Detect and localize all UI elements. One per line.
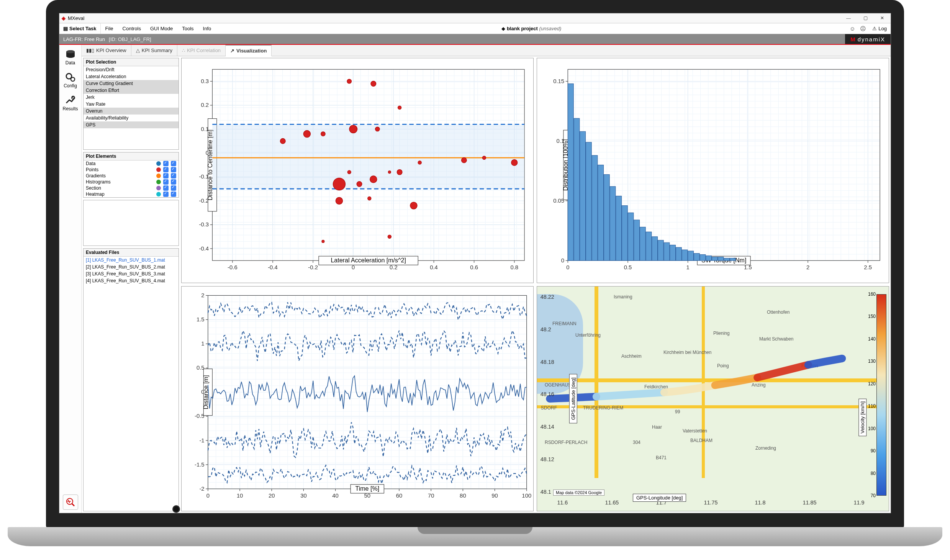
select-task-button[interactable]: ▤ Select Task: [59, 23, 101, 34]
evaluated-file-item[interactable]: [3] LKAS_Free_Run_SUV_BUS_3.mat: [84, 270, 179, 277]
plot-selection-item[interactable]: Yaw Rate: [84, 101, 179, 108]
project-status: ◆ blank project (unsaved): [216, 26, 847, 31]
color-swatch: [156, 180, 161, 184]
svg-text:0.3: 0.3: [201, 78, 209, 84]
maximize-button[interactable]: ▢: [857, 13, 874, 23]
checkbox[interactable]: [163, 173, 169, 178]
zoom-analysis-button[interactable]: [63, 495, 78, 510]
svg-text:0: 0: [206, 493, 210, 499]
svg-text:30: 30: [300, 493, 307, 499]
plot-selection-item[interactable]: Availability/Reliability: [84, 115, 179, 121]
svg-text:2: 2: [806, 264, 809, 270]
checkbox[interactable]: [163, 179, 169, 185]
color-swatch: [156, 192, 161, 196]
tab-kpi-summary[interactable]: △ KPI Summary: [131, 45, 177, 56]
svg-rect-280: [676, 247, 681, 260]
plot-selection-item[interactable]: Correction Effort: [84, 87, 179, 94]
chart-histogram[interactable]: 00.511.522.500.050.10.15SW Torque [Nm]Di…: [537, 58, 889, 283]
menu-tools[interactable]: Tools: [177, 23, 198, 34]
svg-text:1: 1: [201, 341, 204, 347]
checkbox[interactable]: [163, 185, 169, 191]
svg-point-156: [322, 240, 324, 243]
plot-element-row: Section: [84, 185, 179, 191]
svg-rect-285: [706, 256, 712, 260]
checkbox[interactable]: [171, 167, 176, 172]
evaluated-file-item[interactable]: [2] LKAS_Free_Run_SUV_BUS_2.mat: [84, 264, 179, 270]
menu-controls[interactable]: Controls: [118, 23, 146, 34]
evaluated-file-item[interactable]: [4] LKAS_Free_Run_SUV_BUS_4.mat: [84, 277, 179, 284]
svg-rect-289: [730, 258, 735, 260]
svg-text:Time [%]: Time [%]: [355, 485, 379, 492]
svg-rect-279: [670, 245, 676, 261]
menu-gui-mode[interactable]: GUI Mode: [146, 23, 177, 34]
line-chart-icon: ↗: [230, 48, 234, 54]
menu-info[interactable]: Info: [198, 23, 216, 34]
plot-selection-item[interactable]: Overrun: [84, 108, 179, 115]
svg-point-134: [280, 138, 285, 144]
svg-rect-277: [658, 240, 663, 260]
svg-point-140: [347, 170, 351, 174]
svg-point-152: [418, 161, 421, 164]
svg-rect-275: [646, 232, 652, 260]
map-attribution: Map data ©2024 Google: [553, 490, 604, 496]
tabbar: ▮▮▯ KPI Overview △ KPI Summary ∴ KPI Cor…: [82, 45, 891, 56]
tab-kpi-overview[interactable]: ▮▮▯ KPI Overview: [82, 45, 131, 56]
close-button[interactable]: ✕: [874, 13, 891, 23]
checkbox[interactable]: [171, 179, 176, 185]
plot-selection-item[interactable]: Lateral Acceleration: [84, 73, 179, 80]
checkbox[interactable]: [163, 192, 169, 197]
svg-point-146: [375, 127, 380, 131]
svg-text:-1: -1: [199, 437, 204, 444]
nav-config[interactable]: Config: [59, 70, 81, 92]
svg-rect-283: [694, 254, 699, 261]
log-button[interactable]: ⚠ Log: [868, 26, 891, 31]
checkbox[interactable]: [171, 185, 176, 191]
svg-point-149: [397, 169, 402, 175]
tab-visualization[interactable]: ↗ Visualization: [226, 45, 272, 56]
svg-rect-276: [652, 237, 658, 260]
checkbox[interactable]: [171, 192, 176, 197]
brand-logo: MdynamiX: [845, 34, 891, 44]
tab-kpi-correlation[interactable]: ∴ KPI Correlation: [177, 45, 226, 56]
feedback-happy-button[interactable]: ☺: [847, 23, 858, 34]
svg-point-150: [398, 106, 401, 109]
svg-point-141: [349, 125, 357, 133]
task-ribbon: LAG-FR: Free Run [ID: OBJ_LAG_FR] Mdynam…: [59, 34, 891, 44]
svg-text:40: 40: [332, 493, 339, 499]
evaluated-file-item[interactable]: [1] LKAS_Free_Run_SUV_BUS_1.mat: [84, 257, 179, 264]
checkbox[interactable]: [163, 167, 169, 172]
chart-scatter[interactable]: -0.6-0.4-0.200.20.40.60.8-0.4-0.3-0.2-0.…: [181, 58, 534, 283]
svg-rect-287: [718, 257, 724, 260]
plot-selection-item[interactable]: Precision/Drift: [84, 66, 179, 73]
laptop-camera: [174, 506, 179, 512]
checkbox[interactable]: [171, 161, 176, 166]
plot-elements-list: Data Points Gradients Histrograms Sectio…: [84, 160, 179, 197]
svg-text:0.2: 0.2: [390, 264, 398, 270]
menu-file[interactable]: File: [101, 23, 118, 34]
plot-selection-item[interactable]: Jerk: [84, 94, 179, 101]
svg-text:1.5: 1.5: [197, 316, 205, 323]
svg-rect-273: [634, 220, 640, 260]
svg-point-142: [357, 182, 362, 187]
minimize-button[interactable]: —: [840, 13, 857, 23]
checkbox[interactable]: [163, 161, 169, 166]
chart-map[interactable]: IsmaningUnterföhringAschheimKirchheim be…: [537, 286, 889, 511]
checkbox[interactable]: [171, 173, 176, 178]
svg-text:0: 0: [566, 264, 569, 270]
feedback-sad-button[interactable]: ☹: [858, 23, 868, 34]
color-swatch: [156, 174, 161, 178]
plot-selection-item[interactable]: Curve Cutting Gradient: [84, 80, 179, 87]
results-icon: [65, 95, 76, 105]
nav-results[interactable]: Results: [59, 93, 81, 115]
svg-text:60: 60: [396, 493, 403, 499]
chart-timeseries[interactable]: 0102030405060708090100-2-1.5-1-0.500.511…: [181, 286, 534, 511]
svg-text:-0.2: -0.2: [308, 264, 318, 270]
color-swatch: [156, 161, 161, 166]
plot-selection-item[interactable]: GPS: [84, 121, 179, 128]
nav-data[interactable]: Data: [59, 47, 81, 69]
svg-text:1: 1: [686, 264, 690, 270]
plot-element-row: Gradients: [84, 173, 179, 179]
svg-rect-264: [580, 131, 586, 260]
svg-point-148: [388, 235, 391, 238]
svg-text:Lateral Acceleration [m/s^2]: Lateral Acceleration [m/s^2]: [331, 257, 406, 264]
